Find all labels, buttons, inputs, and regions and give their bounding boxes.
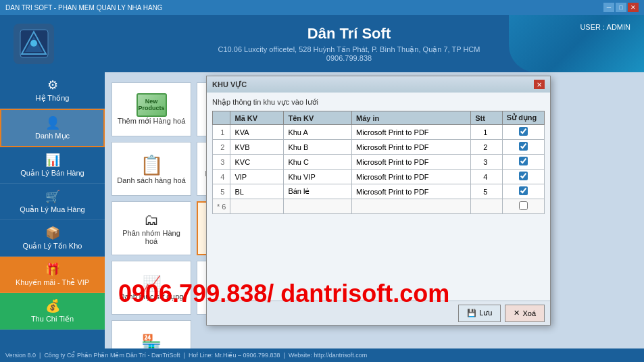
dialog-footer: 💾 Lưu ✕ Xoá	[207, 301, 550, 325]
new-products-icon: NewProducts	[137, 93, 167, 117]
sidebar-label-khuyen-mai: Khuyến mãi - Thẻ VIP	[16, 278, 89, 287]
row-num-1: 2	[213, 140, 230, 155]
menu-item-kho-hang[interactable]: 🏪 Thông tin Kho hàng	[112, 320, 191, 348]
maximize-button[interactable]: □	[616, 3, 626, 12]
cell-ten-kv-3[interactable]	[284, 170, 352, 184]
col-header-ma-kv: Mã KV	[230, 111, 284, 125]
sidebar-item-ban-hang[interactable]: 📊 Quản Lý Bán Hàng	[0, 147, 105, 184]
cell-ten-kv-2[interactable]	[284, 155, 352, 170]
menu-item-them-moi[interactable]: NewProducts Thêm mới Hàng hoá	[112, 82, 191, 136]
row-num-2: 3	[213, 155, 230, 170]
usage-icon: 📈	[143, 275, 161, 292]
cell-stt-5[interactable]	[471, 199, 503, 214]
menu-item-danh-sach[interactable]: 📋 Danh sách hàng hoá	[112, 142, 191, 196]
sidebar-item-mua-hang[interactable]: 🛒 Quản Lý Mua Hàng	[0, 184, 105, 220]
save-button[interactable]: 💾 Lưu	[458, 305, 501, 322]
cell-may-in-3[interactable]	[351, 170, 470, 184]
hotline-text: Hof Line: Mr.Hiếu – 0906.799.838	[189, 352, 280, 359]
delete-icon: ✕	[514, 309, 520, 317]
ton-kho-icon: 📦	[45, 226, 60, 240]
cell-may-in-2[interactable]	[351, 155, 470, 170]
col-header-may-in: Máy in	[351, 111, 470, 125]
khu-vuc-dialog: KHU VỰC ✕ Nhập thông tin khu vực vào lướ…	[206, 76, 551, 326]
cell-ma-kv-3[interactable]	[230, 170, 284, 184]
title-bar: DAN TRI SOFT - PHAN MEM QUAN LY NHA HANG…	[0, 0, 644, 15]
save-label: Lưu	[479, 309, 492, 317]
cell-ma-kv-0[interactable]	[230, 125, 284, 140]
col-header-stt: Stt	[471, 111, 503, 125]
content-area: ⚙ Hệ Thống 👤 Danh Mục 📊 Quản Lý Bán Hàng…	[0, 72, 644, 348]
sidebar-item-danh-muc[interactable]: 👤 Danh Mục	[0, 109, 105, 147]
header: Dân Trí Soft C10.06 Luxcity officetel, 5…	[0, 15, 644, 72]
cell-su-dung-3[interactable]	[502, 170, 544, 184]
cell-ma-kv-1[interactable]	[230, 140, 284, 155]
menu-label-phan-nhom: Phân nhóm Hàng hoá	[116, 229, 187, 245]
sidebar-label-he-thong: Hệ Thống	[36, 94, 70, 103]
menu-label-them-moi: Thêm mới Hàng hoá	[118, 117, 186, 126]
warehouse-icon: 🏪	[141, 334, 162, 348]
logo	[14, 24, 54, 64]
product-list-icon: 📋	[140, 154, 164, 176]
cell-stt-2[interactable]	[471, 155, 503, 170]
sidebar-item-ton-kho[interactable]: 📦 Quản Lý Tồn Kho	[0, 220, 105, 257]
cell-su-dung-1[interactable]	[502, 140, 544, 155]
cell-su-dung-0[interactable]	[502, 125, 544, 140]
category-icon: 🗂	[144, 211, 159, 229]
cell-stt-0[interactable]	[471, 125, 503, 140]
main-content: NewProducts Thêm mới Hàng hoá 🍽 Thiết lậ…	[105, 72, 644, 348]
close-button[interactable]: ✕	[628, 3, 639, 12]
cell-may-in-0[interactable]	[351, 125, 470, 140]
dialog-title: KHU VỰC	[212, 80, 247, 89]
cell-may-in-5[interactable]	[351, 199, 470, 214]
website-text: Website: http://dantrisoft.com	[289, 352, 367, 359]
dialog-title-bar: KHU VỰC ✕	[207, 76, 550, 93]
row-num-5: * 6	[213, 199, 230, 214]
status-bar: Version 8.0 | Công ty Cổ Phần Phần Mềm D…	[0, 348, 644, 362]
cell-su-dung-4[interactable]	[502, 184, 544, 199]
row-num-4: 5	[213, 184, 230, 199]
sidebar-item-thu-chi[interactable]: 💰 Thu Chi Tiền	[0, 293, 105, 330]
header-user: USER : ADMIN	[580, 23, 630, 31]
cell-stt-1[interactable]	[471, 140, 503, 155]
sidebar-label-danh-muc: Danh Mục	[35, 132, 70, 140]
menu-item-danh-muc-su-dung[interactable]: 📈 Danh mục sử dụng	[112, 261, 191, 315]
danh-muc-icon: 👤	[45, 115, 60, 130]
sidebar-label-thu-chi: Thu Chi Tiền	[31, 315, 74, 324]
cell-ten-kv-0[interactable]	[284, 125, 352, 140]
version-text: Version 8.0	[5, 352, 36, 359]
header-phone: 0906.799.838	[68, 54, 630, 62]
title-bar-text: DAN TRI SOFT - PHAN MEM QUAN LY NHA HANG	[5, 4, 163, 11]
menu-label-danh-sach: Danh sách hàng hoá	[117, 176, 186, 184]
cell-ma-kv-5[interactable]	[230, 199, 284, 214]
cell-ten-kv-4[interactable]	[284, 184, 352, 199]
save-icon: 💾	[467, 309, 476, 317]
table-scroll[interactable]: Mã KV Tên KV Máy in Stt Sử dụng 1	[212, 111, 545, 214]
khu-vuc-table: Mã KV Tên KV Máy in Stt Sử dụng 1	[212, 111, 545, 214]
menu-item-phan-nhom[interactable]: 🗂 Phân nhóm Hàng hoá	[112, 201, 191, 255]
sidebar-label-ton-kho: Quản Lý Tồn Kho	[23, 242, 82, 251]
svg-point-3	[30, 40, 37, 47]
cell-may-in-1[interactable]	[351, 140, 470, 155]
cell-su-dung-2[interactable]	[502, 155, 544, 170]
sidebar-label-ban-hang: Quản Lý Bán Hàng	[20, 169, 84, 178]
cell-ma-kv-4[interactable]	[230, 184, 284, 199]
sidebar-label-mua-hang: Quản Lý Mua Hàng	[20, 205, 84, 214]
main-window: DAN TRI SOFT - PHAN MEM QUAN LY NHA HANG…	[0, 0, 644, 362]
row-num-3: 4	[213, 170, 230, 184]
title-bar-controls: ─ □ ✕	[603, 3, 639, 12]
cell-stt-3[interactable]	[471, 170, 503, 184]
sidebar-item-khuyen-mai[interactable]: 🎁 Khuyến mãi - Thẻ VIP	[0, 257, 105, 293]
delete-button[interactable]: ✕ Xoá	[505, 305, 545, 322]
cell-ma-kv-2[interactable]	[230, 155, 284, 170]
header-subtitle: C10.06 Luxcity officetel, 528 Huỳnh Tấn …	[68, 45, 630, 54]
dialog-close-button[interactable]: ✕	[534, 80, 545, 89]
delete-label: Xoá	[522, 309, 536, 317]
cell-stt-4[interactable]	[471, 184, 503, 199]
header-info: Dân Trí Soft C10.06 Luxcity officetel, 5…	[68, 25, 630, 62]
cell-ten-kv-1[interactable]	[284, 140, 352, 155]
sidebar-item-he-thong[interactable]: ⚙ Hệ Thống	[0, 72, 105, 109]
cell-may-in-4[interactable]	[351, 184, 470, 199]
minimize-button[interactable]: ─	[603, 3, 614, 12]
cell-su-dung-5[interactable]	[502, 199, 544, 214]
cell-ten-kv-5[interactable]	[284, 199, 352, 214]
